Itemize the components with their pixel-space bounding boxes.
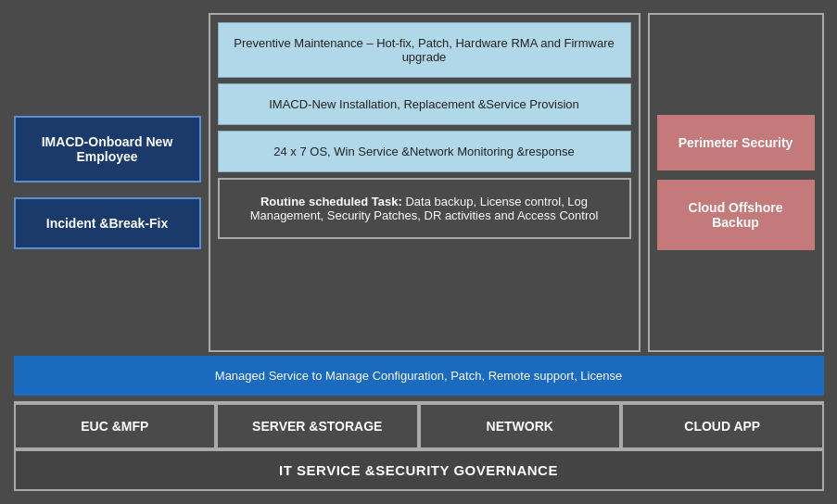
managed-service-row: Managed Service to Manage Configuration,… — [6, 352, 831, 401]
cloud-app-category: CLOUD APP — [621, 403, 824, 449]
server-storage-category: SERVER &STORAGE — [216, 403, 419, 449]
managed-service-bar: Managed Service to Manage Configuration,… — [14, 356, 824, 396]
managed-service-label: Managed Service to Manage Configuration,… — [215, 369, 622, 383]
imacd-onboard-box: IMACD-Onboard New Employee — [14, 116, 201, 183]
governance-label: IT SERVICE &SECURITY GOVERNANCE — [279, 462, 558, 478]
os-monitoring-box: 24 x 7 OS, Win Service &Network Monitori… — [218, 131, 631, 172]
os-monitoring-label: 24 x 7 OS, Win Service &Network Monitori… — [273, 145, 574, 158]
server-storage-label: SERVER &STORAGE — [252, 419, 382, 434]
governance-bar: IT SERVICE &SECURITY GOVERNANCE — [14, 449, 824, 491]
center-column: Preventive Maintenance – Hot-fix, Patch,… — [209, 13, 640, 352]
incident-break-fix-box: Incident &Break-Fix — [14, 197, 201, 249]
categories-row: EUC &MFP SERVER &STORAGE NETWORK CLOUD A… — [14, 401, 824, 449]
preventive-maintenance-label: Preventive Maintenance – Hot-fix, Patch,… — [234, 36, 614, 64]
euc-mfp-label: EUC &MFP — [81, 419, 148, 434]
right-column: Perimeter Security Cloud Offshore Backup — [648, 13, 824, 352]
preventive-maintenance-box: Preventive Maintenance – Hot-fix, Patch,… — [218, 22, 631, 78]
left-column: IMACD-Onboard New Employee Incident &Bre… — [14, 13, 209, 352]
imacd-onboard-label: IMACD-Onboard New Employee — [42, 134, 173, 164]
cloud-app-label: CLOUD APP — [684, 419, 760, 434]
incident-label: Incident &Break-Fix — [46, 216, 168, 231]
euc-mfp-category: EUC &MFP — [14, 403, 217, 449]
perimeter-security-box: Perimeter Security — [657, 115, 815, 170]
main-diagram: IMACD-Onboard New Employee Incident &Bre… — [6, 6, 831, 498]
perimeter-security-label: Perimeter Security — [678, 135, 793, 150]
imacd-installation-label: IMACD-New Installation, Replacement &Ser… — [269, 97, 579, 111]
cloud-offshore-backup-box: Cloud Offshore Backup — [657, 180, 815, 250]
cloud-offshore-label: Cloud Offshore Backup — [689, 200, 783, 230]
routine-task-bold: Routine scheduled Task: — [260, 195, 402, 208]
network-label: NETWORK — [487, 419, 553, 434]
imacd-installation-box: IMACD-New Installation, Replacement &Ser… — [218, 83, 631, 125]
routine-task-box: Routine scheduled Task: Data backup, Lic… — [218, 178, 631, 239]
network-category: NETWORK — [419, 403, 622, 449]
